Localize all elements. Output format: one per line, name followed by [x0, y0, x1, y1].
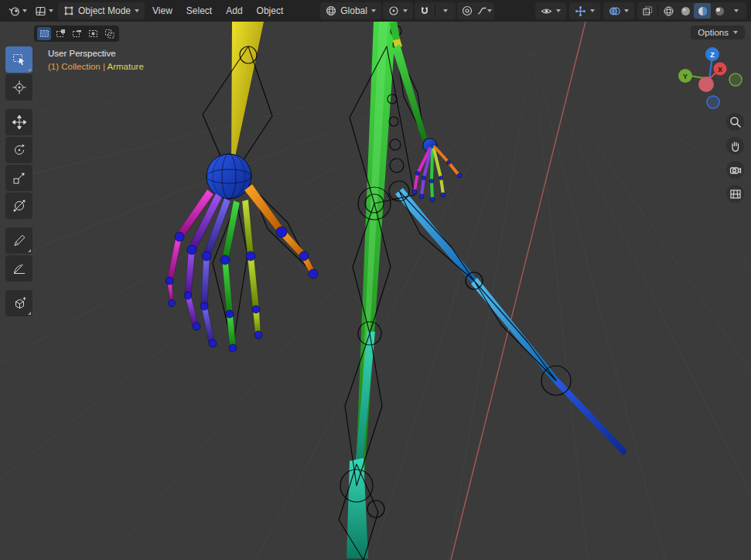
- select-subtract-icon: [72, 29, 82, 39]
- grid-projection-icon: [729, 188, 742, 200]
- proportional-edit-toggle[interactable]: [459, 3, 476, 19]
- select-mode-subtract[interactable]: [70, 27, 84, 40]
- orientation-globe-icon: [326, 5, 336, 16]
- select-mode-invert[interactable]: [86, 27, 100, 40]
- divider: [435, 5, 435, 17]
- falloff-dropdown[interactable]: [476, 3, 493, 19]
- tool-rotate[interactable]: [5, 137, 32, 163]
- select-intersect-icon: [104, 29, 114, 39]
- chevron-down-icon: [443, 9, 448, 12]
- tool-annotate[interactable]: [5, 227, 32, 254]
- zoom-icon: [729, 116, 742, 128]
- shading-group: [637, 2, 746, 19]
- gizmo-axis-z-neg[interactable]: [707, 96, 719, 108]
- tool-transform[interactable]: [5, 193, 32, 219]
- zoom-button[interactable]: [726, 113, 744, 131]
- viewport-info: User Perspective (1) Collection | Armatu…: [48, 47, 144, 73]
- tool-select-box[interactable]: [5, 46, 32, 73]
- view-perspective-label: User Perspective: [48, 47, 144, 60]
- toggle-projection-button[interactable]: [726, 185, 744, 203]
- select-invert-icon: [88, 29, 98, 39]
- topbar: Object Mode View Select Add Object Globa…: [0, 0, 751, 22]
- object-mode-icon: [63, 5, 74, 16]
- cursor-icon: [12, 80, 27, 95]
- gizmo-y-label: Y: [683, 73, 688, 80]
- orientation-dropdown[interactable]: Global: [320, 2, 381, 19]
- select-mode-intersect[interactable]: [102, 27, 116, 40]
- pivot-point-dropdown[interactable]: [383, 2, 413, 19]
- tool-scale[interactable]: [5, 165, 32, 191]
- measure-icon: [12, 261, 27, 276]
- box-select-icon: [12, 52, 27, 67]
- mode-dropdown[interactable]: Object Mode: [58, 2, 145, 19]
- gizmo-axis-x-neg[interactable]: [698, 77, 714, 92]
- blender-logo: [8, 5, 20, 17]
- menu-object[interactable]: Object: [251, 3, 290, 19]
- object-visibility-dropdown[interactable]: [535, 2, 566, 19]
- tool-cursor[interactable]: [5, 74, 32, 101]
- header-right-cluster: [535, 2, 746, 19]
- pan-button[interactable]: [726, 137, 744, 155]
- select-extend-icon: [56, 29, 66, 39]
- snap-settings-dropdown[interactable]: [437, 3, 454, 19]
- overlays-toggle-dropdown[interactable]: [603, 2, 634, 19]
- scale-icon: [12, 170, 27, 186]
- shading-solid-button[interactable]: [677, 3, 694, 19]
- chevron-down-icon: [22, 9, 27, 12]
- breadcrumb: (1) Collection | Armature: [48, 60, 144, 73]
- chevron-down-icon: [590, 9, 595, 12]
- snap-toggle-button[interactable]: [416, 3, 433, 19]
- chevron-down-icon: [403, 9, 408, 12]
- chevron-down-icon: [733, 31, 738, 34]
- xray-toggle[interactable]: [639, 3, 656, 19]
- move-icon: [12, 114, 27, 130]
- navigation-gizmo[interactable]: Z Y X: [674, 43, 746, 114]
- gizmo-icon: [575, 5, 586, 17]
- gizmo-x-label: X: [718, 66, 722, 73]
- shading-solid-icon: [680, 5, 691, 17]
- editor-type-selector[interactable]: [32, 2, 56, 19]
- gizmos-toggle-dropdown[interactable]: [569, 2, 600, 19]
- app-menu-button[interactable]: [5, 2, 30, 19]
- menu-add[interactable]: Add: [220, 3, 248, 19]
- shading-rendered-button[interactable]: [711, 3, 728, 19]
- options-label: Options: [698, 28, 729, 37]
- select-mode-extend[interactable]: [53, 27, 67, 40]
- gizmo-axis-y-neg[interactable]: [729, 73, 742, 86]
- wrist-sphere: [207, 154, 251, 199]
- xray-icon: [642, 5, 653, 16]
- select-mode-group: [34, 26, 119, 42]
- tool-measure[interactable]: [5, 255, 32, 282]
- add-cube-icon: [12, 295, 27, 311]
- shading-wireframe-button[interactable]: [660, 3, 677, 19]
- toolbar: [5, 46, 32, 316]
- arm-bone-cyan-2: [471, 278, 558, 383]
- tool-move[interactable]: [5, 109, 32, 135]
- chevron-down-icon: [135, 9, 139, 12]
- editor-3d-viewport-icon: [35, 5, 46, 17]
- menu-select[interactable]: Select: [180, 3, 218, 19]
- tool-add-cube[interactable]: [5, 290, 32, 316]
- breadcrumb-separator: |: [101, 62, 108, 71]
- shading-settings-dropdown[interactable]: [728, 3, 745, 19]
- hand-icon: [729, 140, 742, 152]
- overlays-icon: [609, 5, 620, 17]
- eye-icon: [541, 5, 552, 17]
- mode-label: Object Mode: [78, 5, 131, 16]
- select-mode-set[interactable]: [37, 27, 51, 40]
- arm-bone-cyan-1: [395, 188, 476, 283]
- chevron-down-icon: [49, 9, 53, 12]
- gizmo-z-label: Z: [710, 51, 715, 59]
- orientation-label: Global: [340, 5, 367, 16]
- blender-window: { "colors": { "accent": "#4772b3", "head…: [0, 0, 751, 560]
- shading-rendered-icon: [714, 5, 725, 17]
- menu-view[interactable]: View: [146, 3, 179, 19]
- viewport-scene: [0, 22, 751, 560]
- pivot-point-icon: [388, 5, 399, 16]
- shading-material-button[interactable]: [694, 3, 711, 19]
- options-dropdown[interactable]: Options: [691, 26, 745, 39]
- chevron-down-icon: [487, 9, 492, 12]
- camera-view-button[interactable]: [726, 161, 744, 179]
- shin-bone-teal: [346, 458, 368, 558]
- transform-icon: [12, 198, 27, 213]
